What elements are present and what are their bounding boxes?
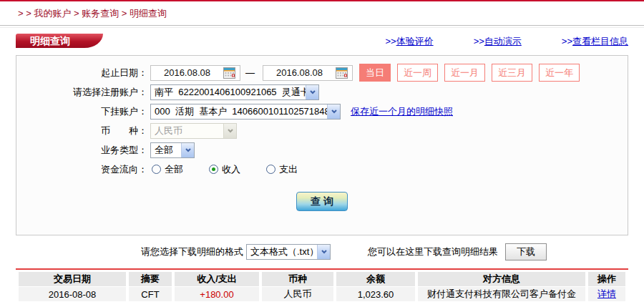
breadcrumb-divider <box>0 25 644 28</box>
register-account-select[interactable]: 南平 6222001406100921065 灵通卡 <box>150 84 319 100</box>
link-auto-demo[interactable]: >>自动演示 <box>474 35 522 48</box>
business-type-row: 业务类型： 全部 <box>16 140 628 160</box>
link-label: 体验评价 <box>396 36 434 47</box>
end-date-field <box>263 65 353 81</box>
quick-range-week-button[interactable]: 近一周 <box>397 64 438 82</box>
radio-expense-label: 支出 <box>279 163 298 176</box>
currency-value: 人民币 <box>151 125 223 137</box>
header-links: >>体验评价 >>自动演示 >>查看栏目信息 <box>385 35 628 48</box>
sub-account-value: 000 活期 基本户 1406600101102571848 <box>151 105 327 118</box>
date-separator: — <box>245 67 255 78</box>
col-header-action: 操作 <box>588 272 625 286</box>
query-button[interactable]: 查 询 <box>296 192 348 211</box>
chevron-down-icon <box>181 143 194 157</box>
cell-amount: +180.00 <box>175 287 259 301</box>
table-header-row: 交易日期 摘要 收入/支出 币种 余额 对方信息 操作 <box>19 272 625 286</box>
cell-counterparty: 财付通支付科技有限公司客户备付金 <box>418 287 585 301</box>
chevron-down-icon <box>327 104 340 119</box>
calendar-icon[interactable] <box>336 67 348 79</box>
chevron-down-icon <box>317 245 330 259</box>
col-header-counterparty: 对方信息 <box>418 272 585 286</box>
radio-income-label: 收入 <box>222 163 240 176</box>
col-header-balance: 余额 <box>336 272 415 286</box>
link-label: 自动演示 <box>484 36 522 47</box>
cell-currency: 人民币 <box>262 287 333 301</box>
register-account-value: 南平 6222001406100921065 灵通卡 <box>151 86 306 99</box>
business-type-label: 业务类型： <box>16 144 147 157</box>
date-range-row: 起止日期： — <box>16 63 628 82</box>
cell-balance: 1,023.60 <box>336 287 415 301</box>
quick-range-3months-button[interactable]: 近三月 <box>492 64 532 82</box>
section-header: 明细查询 >>体验评价 >>自动演示 >>查看栏目信息 <box>16 34 628 48</box>
start-date-field <box>150 65 240 81</box>
detail-link[interactable]: 详情 <box>597 288 616 299</box>
radio-all-label: 全部 <box>165 163 183 176</box>
table-row: 2016-08-08 CFT +180.00 人民币 1,023.60 财付通支… <box>19 287 625 301</box>
end-date-input[interactable] <box>263 67 336 79</box>
quick-range-month-button[interactable]: 近一月 <box>444 64 485 82</box>
transactions-table: 交易日期 摘要 收入/支出 币种 余额 对方信息 操作 2016-08-08 C… <box>16 271 628 302</box>
business-type-value: 全部 <box>151 144 181 157</box>
download-button[interactable]: 下载 <box>505 243 547 260</box>
link-label: 查看栏目信息 <box>572 36 628 47</box>
breadcrumb[interactable]: > > 我的账户 > 账务查询 > 明细查询 <box>0 1 644 25</box>
col-header-summary: 摘要 <box>129 272 172 286</box>
chevron-down-icon <box>306 85 318 99</box>
radio-all[interactable] <box>152 165 161 174</box>
currency-label: 币 种： <box>16 125 147 137</box>
save-snapshot-link[interactable]: 保存近一个月的明细快照 <box>351 105 453 118</box>
fund-flow-option-income: 收入 <box>209 163 240 176</box>
calendar-icon[interactable] <box>223 67 235 79</box>
fund-flow-option-all: 全部 <box>152 163 183 176</box>
currency-row: 币 种： 人民币 <box>16 121 628 140</box>
download-format-select[interactable]: 文本格式（.txt） <box>246 244 331 260</box>
tab-detail-query: 明细查询 <box>16 34 84 48</box>
date-range-label: 起止日期： <box>16 67 147 79</box>
link-view-column-info[interactable]: >>查看栏目信息 <box>562 35 628 48</box>
query-form: 起止日期： — <box>16 55 628 235</box>
sub-account-label: 下挂账户： <box>16 105 147 118</box>
link-prefix: >> <box>474 36 484 47</box>
cell-action: 详情 <box>588 287 625 301</box>
register-account-label: 请选择注册账户： <box>16 86 147 99</box>
fund-flow-option-expense: 支出 <box>266 163 298 176</box>
currency-select: 人民币 <box>150 123 237 139</box>
fund-flow-row: 资金流向： 全部 收入 支出 <box>16 160 628 179</box>
link-prefix: >> <box>562 36 572 47</box>
download-format-label: 请您选择下载明细的格式 <box>141 245 243 258</box>
fund-flow-label: 资金流向： <box>16 163 147 176</box>
cell-summary: CFT <box>129 287 172 301</box>
sub-account-select[interactable]: 000 活期 基本户 1406600101102571848 <box>150 104 341 120</box>
radio-expense[interactable] <box>266 165 275 174</box>
col-header-date: 交易日期 <box>19 272 126 286</box>
col-header-currency: 币种 <box>262 272 333 286</box>
link-prefix: >> <box>385 36 396 47</box>
sub-account-row: 下挂账户： 000 活期 基本户 1406600101102571848 保存近… <box>16 102 628 121</box>
radio-income[interactable] <box>209 165 218 174</box>
table-divider-line <box>16 268 628 270</box>
col-header-amount: 收入/支出 <box>175 272 259 286</box>
download-row: 请您选择下载明细的格式 文本格式（.txt） 您可以在这里下载查询明细结果 下载 <box>141 243 644 261</box>
cell-date: 2016-08-08 <box>19 287 126 301</box>
chevron-down-icon <box>223 124 236 138</box>
start-date-input[interactable] <box>151 67 223 79</box>
register-account-row: 请选择注册账户： 南平 6222001406100921065 灵通卡 <box>16 82 628 102</box>
download-hint: 您可以在这里下载查询明细结果 <box>368 245 498 258</box>
link-experience-rating[interactable]: >>体验评价 <box>385 35 433 48</box>
quick-range-year-button[interactable]: 近一年 <box>539 64 580 82</box>
quick-range-today-button[interactable]: 当日 <box>359 64 391 82</box>
download-format-value: 文本格式（.txt） <box>247 245 317 258</box>
business-type-select[interactable]: 全部 <box>150 142 195 158</box>
query-button-row: 查 询 <box>16 192 628 211</box>
